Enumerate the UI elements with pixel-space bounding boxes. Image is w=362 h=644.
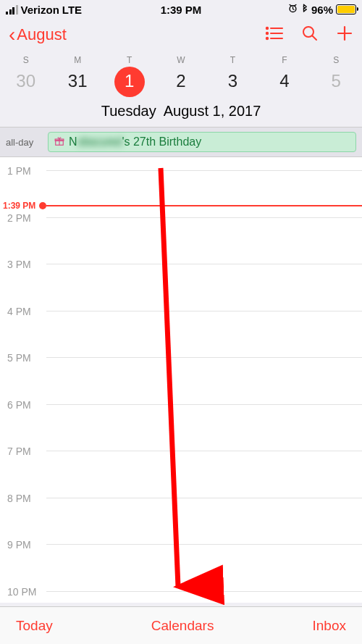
gift-icon: [54, 136, 64, 149]
hour-label: 10 PM: [0, 586, 46, 598]
week-day-number: 4: [258, 71, 310, 99]
now-indicator: 1:39 PM: [0, 201, 362, 211]
week-day-letter: W: [155, 51, 206, 71]
hour-row: 1 PM: [0, 170, 362, 182]
date-title: TuesdayAugust 1, 2017: [0, 99, 362, 127]
week-day-col[interactable]: W2: [155, 51, 206, 99]
week-day-number: 3: [207, 71, 258, 99]
week-day-col[interactable]: M31: [51, 51, 103, 99]
bottom-toolbar: Today Calendars Inbox: [0, 606, 362, 644]
week-day-letter: F: [258, 51, 310, 71]
date-full: August 1, 2017: [164, 103, 261, 119]
svg-line-8: [313, 36, 317, 41]
week-day-col[interactable]: S30: [0, 51, 51, 99]
hour-row: 9 PM: [0, 544, 362, 556]
status-time: 1:39 PM: [0, 4, 362, 16]
hour-line: [46, 217, 362, 218]
hour-label: 1 PM: [0, 165, 46, 177]
back-label: August: [17, 25, 67, 44]
hour-line: [46, 591, 362, 592]
list-view-icon[interactable]: [265, 26, 284, 43]
inbox-button[interactable]: Inbox: [313, 618, 346, 634]
hour-label: 8 PM: [0, 493, 46, 504]
week-day-number: 1: [104, 71, 155, 99]
hour-line: [46, 404, 362, 405]
hour-label: 2 PM: [0, 212, 46, 224]
status-bar: Verizon LTE 1:39 PM 96%: [0, 0, 362, 19]
week-day-col[interactable]: S5: [311, 51, 362, 99]
hour-row: 10 PM: [0, 591, 362, 603]
hour-label: 6 PM: [0, 399, 46, 411]
search-icon[interactable]: [301, 25, 319, 45]
today-button[interactable]: Today: [16, 618, 53, 634]
week-day-number: 5: [311, 71, 362, 99]
week-day-col[interactable]: T3: [207, 51, 258, 99]
hour-line: [46, 357, 362, 358]
hour-line: [46, 170, 362, 171]
hour-label: 7 PM: [0, 446, 46, 457]
hour-line: [46, 544, 362, 545]
date-dow: Tuesday: [101, 103, 156, 119]
hour-row: 7 PM: [0, 451, 362, 462]
chevron-left-icon: ‹: [9, 25, 15, 45]
nav-bar: ‹ August: [0, 19, 362, 51]
week-day-col[interactable]: T1: [104, 51, 155, 99]
hour-row: 4 PM: [0, 311, 362, 322]
allday-label: all-day: [6, 137, 42, 148]
hour-row: 2 PM: [0, 217, 362, 229]
add-icon[interactable]: [336, 25, 353, 45]
allday-event[interactable]: Nobscured's 27th Birthday: [48, 132, 356, 152]
hour-row: 5 PM: [0, 357, 362, 369]
hour-label: 3 PM: [0, 259, 46, 270]
svg-point-5: [266, 38, 268, 39]
timeline[interactable]: 1:39 PM 1 PM2 PM3 PM4 PM5 PM6 PM7 PM8 PM…: [0, 157, 362, 603]
hour-row: 3 PM: [0, 264, 362, 275]
calendars-button[interactable]: Calendars: [151, 618, 214, 634]
allday-row: all-day Nobscured's 27th Birthday: [0, 127, 362, 157]
hour-line: [46, 264, 362, 264]
battery-icon: [336, 4, 356, 14]
week-day-letter: S: [311, 51, 362, 71]
event-text: Nobscured's 27th Birthday: [69, 135, 201, 149]
week-day-number: 2: [155, 71, 206, 99]
hour-label: 9 PM: [0, 539, 46, 551]
now-time-label: 1:39 PM: [0, 201, 41, 211]
svg-point-3: [266, 33, 268, 34]
hour-row: 6 PM: [0, 404, 362, 416]
hour-line: [46, 311, 362, 311]
hour-row: 8 PM: [0, 498, 362, 509]
svg-point-1: [266, 28, 268, 29]
week-day-number: 31: [51, 71, 103, 99]
week-day-letter: M: [51, 51, 103, 71]
hour-label: 4 PM: [0, 306, 46, 317]
week-day-letter: S: [0, 51, 51, 71]
week-header: S30M31T1W2T3F4S5: [0, 51, 362, 99]
week-day-letter: T: [207, 51, 258, 71]
now-dot-icon: [39, 202, 46, 209]
hour-line: [46, 451, 362, 451]
back-button[interactable]: ‹ August: [9, 25, 67, 45]
hour-label: 5 PM: [0, 352, 46, 364]
week-day-number: 30: [0, 71, 51, 99]
hour-line: [46, 498, 362, 498]
week-day-col[interactable]: F4: [258, 51, 310, 99]
